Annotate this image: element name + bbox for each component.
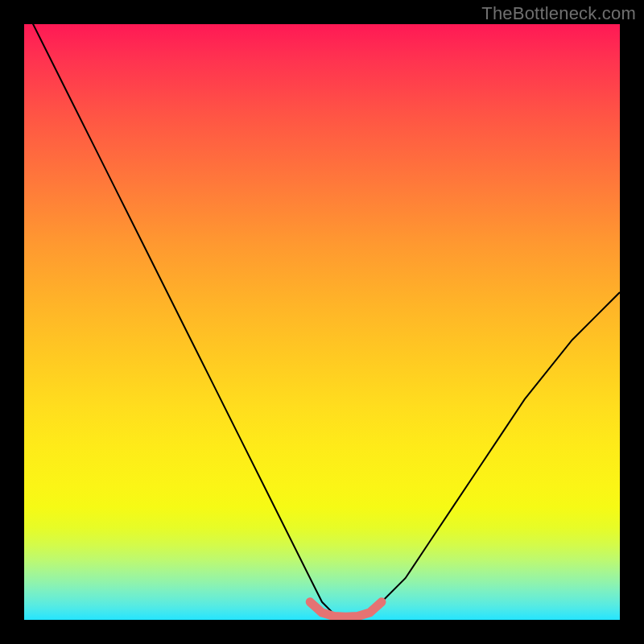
watermark-text: TheBottleneck.com <box>481 3 636 24</box>
bottleneck-curve <box>24 24 620 620</box>
plot-area <box>24 24 620 620</box>
curve-bottom-marker <box>310 602 382 617</box>
chart-frame: TheBottleneck.com <box>0 0 644 644</box>
curve-line <box>24 24 620 617</box>
